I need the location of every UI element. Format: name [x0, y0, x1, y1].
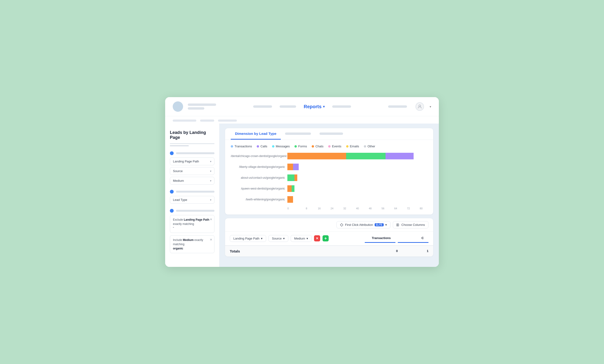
nav-bar: Reports ▾ ▾ — [165, 97, 439, 116]
sidebar-dropdown-lead-type-caret-icon: ▾ — [210, 198, 211, 202]
legend-dot-transactions — [231, 145, 233, 147]
bar-row-5: /teeth-whitening/google/organic — [231, 196, 428, 203]
nav-title-text: Reports — [304, 104, 322, 109]
bar-row-3: about-us/contact-us/google/organic — [231, 174, 428, 181]
sidebar-dot3 — [170, 209, 174, 213]
nav-placeholder-line2 — [188, 107, 204, 110]
tab-placeholder1[interactable] — [281, 128, 315, 140]
filter-include-prefix: Include — [173, 238, 183, 242]
filter-include-close-button[interactable]: ✕ — [210, 237, 212, 242]
totals-row: Totals 0 1 — [225, 245, 433, 256]
svg-point-0 — [419, 105, 421, 107]
legend-label-calls: Calls — [261, 145, 267, 148]
bar-track-2 — [287, 164, 428, 170]
bar-chart: /dental/chicago-crown-dentist/google/org… — [231, 153, 428, 210]
filter-exclude-middle: exactly matching — [173, 222, 194, 226]
x-axis: 0 8 16 24 32 40 48 56 64 72 80 — [287, 207, 428, 210]
nav-title-caret-icon: ▾ — [323, 105, 325, 109]
filter-source-caret-icon: ▾ — [283, 237, 285, 240]
sidebar-section3: ✕ Exclude Landing Page Path exactly matc… — [170, 209, 214, 253]
tab-dimension-lead-type[interactable]: Dimension by Lead Type — [231, 128, 281, 140]
bar-row-4: /queen-west-dentist/google/organic — [231, 185, 428, 192]
avatar[interactable] — [415, 102, 424, 111]
nav-link3-placeholder — [332, 105, 351, 108]
totals-value-c: 1 — [403, 246, 433, 256]
bar-label-4: /queen-west-dentist/google/organic — [231, 187, 285, 190]
sidebar: Leads by Landing Page Landing Page Path … — [165, 123, 219, 267]
sidebar-dropdown-source-label: Source — [173, 169, 183, 173]
sidebar-dropdown-landing-page[interactable]: Landing Page Path ▾ — [170, 158, 214, 165]
sidebar-divider1 — [170, 143, 214, 144]
nav-link1-placeholder — [253, 105, 272, 108]
bar-segment-chats-2 — [287, 164, 293, 170]
totals-value-transactions: 0 — [372, 246, 403, 256]
bar-row-2: /liberty-village-dentist/google/organic — [231, 164, 428, 170]
filter-exclude-prefix: Exclude — [173, 218, 184, 221]
col-header-transactions-label: Transactions — [372, 236, 391, 240]
nav-reports-title[interactable]: Reports ▾ — [304, 104, 325, 109]
browser-window: Reports ▾ ▾ Leads by Landing Page — [165, 97, 439, 267]
x-axis-label-0: 0 — [287, 207, 300, 210]
subtitle-placeholder2 — [200, 120, 214, 122]
sidebar-line2 — [176, 191, 214, 193]
sidebar-dot-row3 — [170, 209, 214, 213]
sidebar-dot2 — [170, 190, 174, 194]
x-axis-label-8: 8 — [300, 207, 313, 210]
attribution-button[interactable]: First Click Attribution ELITE ▾ — [337, 221, 390, 229]
sidebar-dropdown-medium-caret-icon: ▾ — [210, 179, 211, 182]
bar-segment-calls-1 — [386, 153, 414, 159]
bar-segment-chats-5 — [287, 196, 293, 203]
legend-item-messages: Messages — [272, 145, 290, 148]
sidebar-dropdown-source-caret-icon: ▾ — [210, 170, 211, 173]
attribution-label: First Click Attribution — [345, 223, 373, 227]
bar-label-2: /liberty-village-dentist/google/organic — [231, 165, 285, 169]
legend-label-forms: Forms — [298, 145, 307, 148]
legend-label-transactions: Transactions — [235, 145, 252, 148]
bar-label-5: /teeth-whitening/google/organic — [231, 198, 285, 201]
legend-label-messages: Messages — [276, 145, 290, 148]
nav-avatar-caret-icon: ▾ — [430, 105, 431, 109]
filter-box-include: ✕ Include Medium exactly matching organi… — [170, 235, 214, 253]
nav-brand-placeholder — [188, 104, 216, 110]
legend-dot-calls — [257, 145, 259, 147]
sidebar-dropdown-source[interactable]: Source ▾ — [170, 167, 214, 175]
col-header-c: C — [398, 234, 428, 243]
filter-include-bold1: Medium — [183, 238, 193, 242]
sidebar-dropdown-lead-type[interactable]: Lead Type ▾ — [170, 196, 214, 204]
legend-item-events: Events — [328, 145, 341, 148]
filter-exclude-close-button[interactable]: ✕ — [210, 217, 212, 222]
filter-landing-page-button[interactable]: Landing Page Path ▾ — [230, 235, 266, 242]
sidebar-dropdown-medium[interactable]: Medium ▾ — [170, 177, 214, 185]
legend-item-emails: Emails — [346, 145, 359, 148]
nav-center: Reports ▾ — [253, 104, 351, 109]
filter-source-button[interactable]: Source ▾ — [268, 235, 288, 242]
legend-item-chats: Chats — [312, 145, 324, 148]
filter-medium-button[interactable]: Medium ▾ — [291, 235, 312, 242]
filter-include-value: organic — [173, 247, 183, 250]
bar-row-1: /dental/chicago-crown-dentist/google/org… — [231, 153, 428, 159]
remove-filter-button[interactable]: ✕ — [314, 235, 320, 242]
bar-segment-chats-3 — [294, 174, 297, 181]
bar-track-3 — [287, 174, 428, 181]
bar-label-3: about-us/contact-us/google/organic — [231, 176, 285, 179]
add-filter-button[interactable]: + — [323, 235, 329, 242]
filter-exclude-value: " — [173, 227, 174, 230]
tab-placeholder2[interactable] — [315, 128, 347, 140]
sidebar-title: Leads by Landing Page — [170, 130, 214, 140]
subtitle-placeholder3 — [218, 120, 237, 122]
content-area: Dimension by Lead Type Transactions — [219, 123, 439, 267]
sidebar-section1: Landing Page Path ▾ Source ▾ Medium ▾ — [170, 151, 214, 185]
sidebar-line3 — [176, 210, 214, 212]
table-card: First Click Attribution ELITE ▾ Choose C… — [225, 218, 433, 256]
sidebar-line1 — [176, 152, 214, 154]
nav-logo — [173, 101, 183, 112]
col-header-transactions: Transactions — [365, 234, 395, 243]
bar-segment-chats-1 — [287, 153, 346, 159]
x-axis-label-16: 16 — [313, 207, 326, 210]
attribution-caret-icon: ▾ — [385, 223, 387, 227]
choose-columns-button[interactable]: Choose Columns — [393, 221, 428, 229]
legend-label-emails: Emails — [350, 145, 359, 148]
filter-landing-page-caret-icon: ▾ — [261, 237, 263, 240]
sidebar-dropdown-landing-page-label: Landing Page Path — [173, 160, 199, 163]
x-axis-label-80: 80 — [415, 207, 428, 210]
